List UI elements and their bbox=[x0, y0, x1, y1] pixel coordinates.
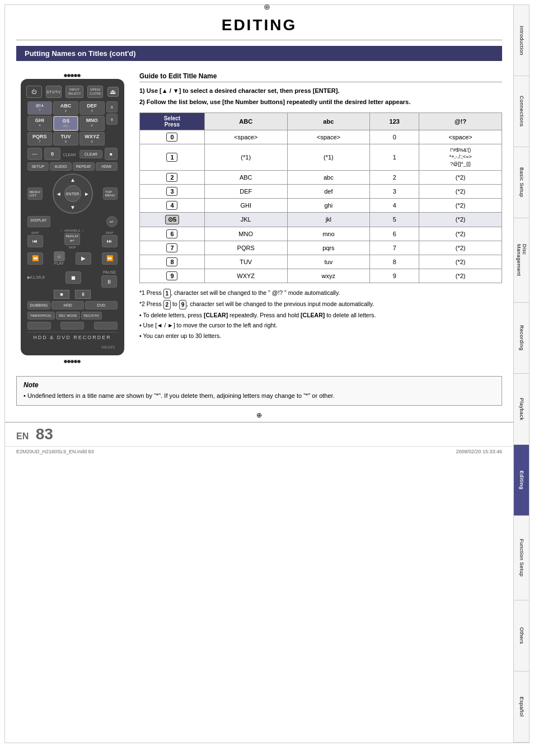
cell-4-abc2: ghi bbox=[287, 198, 370, 212]
small-square-button[interactable]: ■ bbox=[105, 148, 117, 160]
rewind-button[interactable]: ⏪ bbox=[27, 252, 43, 265]
tab-recording[interactable]: Recording bbox=[514, 303, 529, 374]
hdd-button[interactable]: HDD bbox=[51, 301, 84, 309]
display-button[interactable]: DISPLAY bbox=[27, 216, 50, 227]
tab-editing[interactable]: Editing bbox=[514, 445, 529, 516]
timer-prog-button[interactable]: TIMER/PROG. bbox=[27, 312, 55, 320]
table-row: 0 <space> <space> 0 <space> bbox=[140, 130, 502, 144]
nav-left-button[interactable]: ◄ bbox=[56, 191, 62, 197]
tab-connections[interactable]: Connections bbox=[514, 76, 529, 147]
eject-button[interactable]: ⏏ bbox=[107, 87, 119, 97]
table-row: 4 GHI ghi 4 (*2) bbox=[140, 198, 502, 212]
tab-function-setup[interactable]: Function Setup bbox=[514, 516, 529, 600]
key-badge-7: 7 bbox=[166, 243, 177, 252]
guide-content: Guide to Edit Title Name 1) Use [▲ / ▼] … bbox=[139, 72, 502, 365]
stop-button[interactable]: ⏹ bbox=[65, 271, 81, 284]
nav-up-button[interactable]: ▲ bbox=[70, 177, 76, 183]
cell-4-sym: (*2) bbox=[419, 198, 502, 212]
pqrs-button[interactable]: PQRS7 bbox=[27, 132, 53, 145]
cell-7-sym: (*2) bbox=[419, 241, 502, 255]
page-title: EDITING bbox=[16, 16, 502, 34]
cell-0-sym: <space> bbox=[419, 130, 502, 144]
tab-espanol[interactable]: Español bbox=[514, 672, 529, 743]
rec-mode-button[interactable]: REC MODE bbox=[56, 312, 79, 320]
cell-4-abc: GHI bbox=[204, 198, 287, 212]
key-badge-5: ⊙5 bbox=[165, 215, 179, 224]
guide-step-2: 2) Follow the list below, use [the Numbe… bbox=[139, 98, 502, 106]
bottom-bar: EN 83 bbox=[5, 422, 513, 446]
cell-0-num: 0 bbox=[370, 130, 419, 144]
dubbing-button[interactable]: DUBBING bbox=[27, 301, 51, 309]
key-badge-4: 4 bbox=[166, 201, 177, 210]
table-header-abc-lower: abc bbox=[287, 112, 370, 130]
date-info: 2008/02/20 15:33:46 bbox=[456, 449, 502, 454]
wxyz-button[interactable]: WXYZ9 bbox=[79, 132, 105, 145]
zero-button[interactable]: 0 bbox=[44, 148, 61, 160]
tuv-button[interactable]: TUV8 bbox=[53, 132, 78, 145]
table-row: 7 PQRS pqrs 7 (*2) bbox=[140, 241, 502, 255]
setup-button[interactable]: SETUP bbox=[27, 162, 49, 171]
timer-btn-2[interactable] bbox=[60, 322, 84, 330]
play-button[interactable]: ▶ bbox=[76, 252, 91, 265]
ch-down-button[interactable]: ∨ bbox=[106, 114, 118, 125]
ch-up-button[interactable]: ∧ bbox=[106, 101, 118, 112]
power-button[interactable]: ⏻ bbox=[26, 86, 42, 98]
tab-disc-management[interactable]: DiscManagement bbox=[514, 218, 529, 303]
note-4: • Use [◄ / ►] to move the cursor to the … bbox=[139, 321, 502, 330]
remote-container: ⏻ DTV/TV INPUTSELECT OPEN/CLOSE ⏏ @!∧1 A… bbox=[16, 72, 128, 365]
dash-button[interactable]: — bbox=[27, 148, 42, 160]
dvd-button[interactable]: DVD bbox=[85, 301, 118, 309]
rec-otr-button[interactable]: REC/OTR bbox=[81, 312, 102, 320]
tab-others[interactable]: Others bbox=[514, 600, 529, 672]
skip-prev-label: SKIP bbox=[31, 231, 39, 234]
table-row: 1 (*1) (*1) 1 !"#$%&'()*+,-./:;<=>?@[]^_… bbox=[140, 144, 502, 170]
abc-button[interactable]: ABC2 bbox=[53, 101, 78, 115]
return-button[interactable]: ↩ bbox=[106, 216, 118, 227]
side-tabs: Introduction Connections Basic Setup Dis… bbox=[513, 5, 529, 743]
tab-basic-setup[interactable]: Basic Setup bbox=[514, 147, 529, 218]
repeat-button[interactable]: REPEAT bbox=[73, 162, 95, 171]
top-menu-button[interactable]: TOPMENU bbox=[103, 187, 118, 200]
jkl-button[interactable]: ⊙5JKL bbox=[53, 116, 78, 130]
cell-6-num: 6 bbox=[370, 227, 419, 241]
nav-right-button[interactable]: ► bbox=[84, 191, 90, 197]
skip-next-button[interactable]: ⏭ bbox=[102, 235, 118, 247]
open-close-button[interactable]: OPEN/CLOSE bbox=[87, 86, 103, 98]
menu-list-button[interactable]: MENU/LIST bbox=[27, 187, 43, 200]
at-button[interactable]: @!∧1 bbox=[27, 101, 53, 115]
enter-button[interactable]: ENTER bbox=[64, 185, 81, 202]
notes-section: *1 Press 1, character set will be change… bbox=[139, 289, 502, 341]
page-title-area: EDITING bbox=[16, 5, 502, 40]
ghi-button[interactable]: GHI4 bbox=[27, 116, 53, 130]
cell-3-num: 3 bbox=[370, 184, 419, 198]
footer: E2M20UD_H2160SL9_EN.indd 83 2008/02/20 1… bbox=[5, 446, 513, 457]
tab-playback[interactable]: Playback bbox=[514, 374, 529, 445]
cell-5-abc2: jkl bbox=[287, 212, 370, 227]
timer-btn-3[interactable] bbox=[94, 322, 118, 330]
audio-button[interactable]: AUDIO bbox=[50, 162, 72, 171]
character-table: SelectPress ABC abc 123 @!? 0 <space> <s… bbox=[139, 112, 502, 283]
dtv-tv-button[interactable]: DTV/TV bbox=[46, 86, 62, 98]
fast-forward-button[interactable]: ⏩ bbox=[102, 252, 118, 265]
hdmi-button[interactable]: HDMI bbox=[96, 162, 118, 171]
pause-button[interactable]: ⏸ bbox=[101, 275, 117, 288]
pause-circle-button[interactable]: ○ bbox=[54, 251, 65, 261]
cell-3-abc: DEF bbox=[204, 184, 287, 198]
cell-5-sym: (*2) bbox=[419, 212, 502, 227]
nav-down-button[interactable]: ▼ bbox=[70, 204, 76, 210]
cell-2-abc2: abc bbox=[287, 170, 370, 184]
cell-3-abc2: def bbox=[287, 184, 370, 198]
replay-button[interactable]: REPLAY ↩ bbox=[64, 233, 80, 245]
input-select-button[interactable]: INPUTSELECT bbox=[65, 86, 83, 98]
key-badge-6: 6 bbox=[166, 229, 177, 238]
skip-prev-button[interactable]: ⏮ bbox=[27, 235, 43, 247]
mno-button[interactable]: MNO6 bbox=[79, 116, 105, 130]
cell-6-abc: MNO bbox=[204, 227, 287, 241]
section-header: Putting Names on Titles (cont'd) bbox=[16, 46, 502, 61]
tab-introduction[interactable]: Introduction bbox=[514, 5, 529, 76]
table-row: ⊙5 JKL jkl 5 (*2) bbox=[140, 212, 502, 227]
def-button[interactable]: DEF3 bbox=[79, 101, 105, 115]
timer-btn-1[interactable] bbox=[27, 322, 51, 330]
cell-8-abc2: tuv bbox=[287, 255, 370, 269]
clear-button[interactable]: CLEAR bbox=[79, 150, 102, 158]
